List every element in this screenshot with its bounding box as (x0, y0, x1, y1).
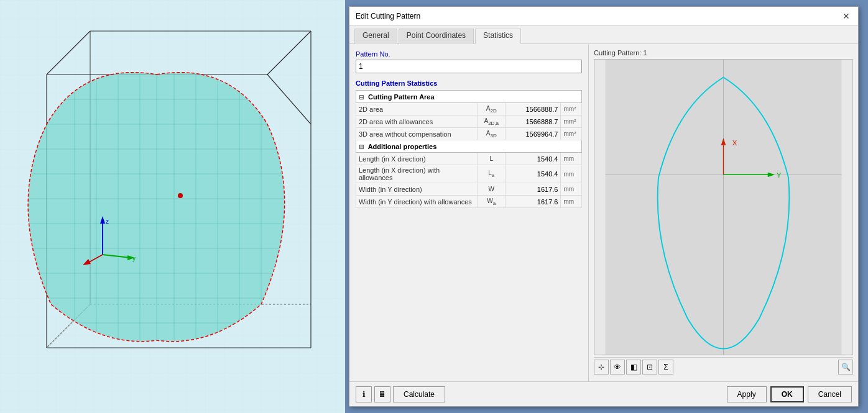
row-value-3d-area: 1569964.7 (506, 128, 561, 140)
area-group-label: Cutting Pattern Area (368, 93, 435, 101)
tabs-bar: General Point Coordinates Statistics (349, 25, 858, 44)
dialog-titlebar: Edit Cutting Pattern ✕ (349, 7, 858, 25)
row-value-width-y: 1617.6 (506, 183, 561, 196)
dialog-body: Pattern No. Cutting Pattern Statistics ⊟… (349, 44, 858, 381)
row-unit-2d-allowances: mm² (561, 116, 582, 128)
row-unit-width-y: mm (561, 183, 582, 196)
svg-text:Y: Y (777, 171, 782, 179)
row-value-2d-allowances: 1566888.7 (506, 116, 561, 128)
table-row: Width (in Y direction) W 1617.6 mm (356, 183, 582, 196)
collapse-additional-icon[interactable]: ⊟ (359, 143, 364, 150)
preview-label: Cutting Pattern: 1 (594, 49, 853, 57)
desktop: z y Edit Cutting Pattern ✕ General Point… (0, 0, 868, 413)
statistics-section-label: Cutting Pattern Statistics (356, 79, 582, 87)
row-label-width-y: Width (in Y direction) (356, 183, 478, 196)
row-value-2d-area: 1566888.7 (506, 103, 561, 116)
table-row: Width (in Y direction) with allowances W… (356, 196, 582, 208)
footer-right: Apply OK Cancel (727, 386, 852, 402)
table-row: Length (in X direction) with allowances … (356, 165, 582, 183)
toolbar-eye-btn[interactable]: 👁 (610, 360, 625, 374)
row-unit-width-y-allow: mm (561, 196, 582, 208)
table-row: 3D area without compensation A3D 1569964… (356, 128, 582, 140)
preview-area: X Y (594, 59, 853, 355)
area-group-header: ⊟ Cutting Pattern Area (356, 91, 582, 103)
pattern-no-label: Pattern No. (356, 50, 582, 58)
calculate-button[interactable]: Calculate (393, 386, 445, 402)
edit-cutting-pattern-dialog: Edit Cutting Pattern ✕ General Point Coo… (349, 6, 859, 407)
pattern-no-input[interactable] (356, 60, 582, 73)
tab-point-coordinates[interactable]: Point Coordinates (399, 29, 474, 44)
dialog-title: Edit Cutting Pattern (356, 12, 420, 20)
calculator-icon-button[interactable]: 🖩 (374, 386, 390, 402)
svg-text:z: z (106, 218, 109, 225)
toolbar-zoom-btn[interactable]: 🔍 (838, 360, 853, 374)
toolbar-stats-btn[interactable]: Σ (658, 360, 673, 374)
svg-text:y: y (132, 255, 136, 262)
table-row: 2D area A2D 1566888.7 mm² (356, 103, 582, 116)
3d-viewport: z y (0, 0, 345, 413)
toolbar-cursor-btn[interactable]: ⊹ (594, 360, 609, 374)
row-unit-3d-area: mm² (561, 128, 582, 140)
row-label-width-y-allow: Width (in Y direction) with allowances (356, 196, 478, 208)
collapse-area-icon[interactable]: ⊟ (359, 94, 364, 101)
row-symbol-width-y: W (478, 183, 506, 196)
svg-point-34 (178, 193, 183, 198)
table-row: 2D area with allowances A2D,a 1566888.7 … (356, 116, 582, 128)
row-value-width-y-allow: 1617.6 (506, 196, 561, 208)
close-button[interactable]: ✕ (841, 11, 852, 22)
preview-toolbar: ⊹ 👁 ◧ ⊡ Σ 🔍 (594, 357, 853, 376)
apply-button[interactable]: Apply (727, 386, 767, 402)
row-symbol-length-x-allow: La (478, 165, 506, 183)
left-panel: Pattern No. Cutting Pattern Statistics ⊟… (349, 44, 589, 381)
row-label-2d-area: 2D area (356, 103, 478, 116)
additional-group-label: Additional properties (368, 143, 437, 150)
row-label-2d-allowances: 2D area with allowances (356, 116, 478, 128)
row-symbol-3d-area: A3D (478, 128, 506, 140)
svg-text:X: X (732, 139, 737, 147)
row-unit-2d-area: mm² (561, 103, 582, 116)
row-symbol-width-y-allow: Wa (478, 196, 506, 208)
dialog-footer: ℹ 🖩 Calculate Apply OK Cancel (349, 381, 858, 406)
row-label-3d-area: 3D area without compensation (356, 128, 478, 140)
row-value-length-x: 1540.4 (506, 153, 561, 165)
row-symbol-length-x: L (478, 153, 506, 165)
tab-general[interactable]: General (354, 29, 397, 44)
tab-statistics[interactable]: Statistics (475, 29, 521, 44)
row-unit-length-x: mm (561, 153, 582, 165)
right-panel: Cutting Pattern: 1 X Y (589, 44, 858, 381)
table-row: Length (in X direction) L 1540.4 mm (356, 153, 582, 165)
toolbar-layer-btn[interactable]: ◧ (626, 360, 641, 374)
ok-button[interactable]: OK (770, 386, 804, 402)
row-label-length-x-allow: Length (in X direction) with allowances (356, 165, 478, 183)
row-unit-length-x-allow: mm (561, 165, 582, 183)
preview-svg: X Y (594, 60, 852, 355)
statistics-table: ⊟ Cutting Pattern Area 2D area A2D 15668… (356, 90, 582, 208)
row-value-length-x-allow: 1540.4 (506, 165, 561, 183)
info-button[interactable]: ℹ (356, 386, 372, 402)
toolbar-frame-btn[interactable]: ⊡ (642, 360, 657, 374)
cancel-button[interactable]: Cancel (808, 386, 852, 402)
footer-left: ℹ 🖩 Calculate (356, 386, 445, 402)
row-symbol-2d-allowances: A2D,a (478, 116, 506, 128)
additional-group-header: ⊟ Additional properties (356, 140, 582, 153)
row-label-length-x: Length (in X direction) (356, 153, 478, 165)
row-symbol-2d-area: A2D (478, 103, 506, 116)
